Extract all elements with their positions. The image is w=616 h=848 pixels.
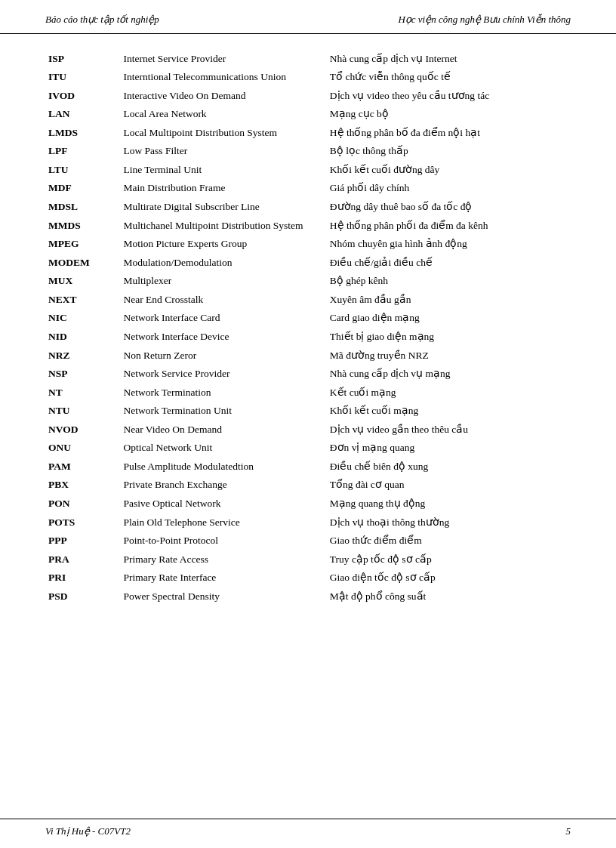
vietnamese-cell: Hệ thống phân phối đa điểm đa kênh <box>327 216 571 235</box>
table-row: MUXMultiplexerBộ ghép kênh <box>45 272 571 291</box>
full-name-cell: Network Interface Card <box>120 309 326 328</box>
page-header: Báo cáo thực tập tốt nghiệp Học viện côn… <box>0 0 616 34</box>
vietnamese-cell: Mật độ phổ công suất <box>327 587 571 606</box>
table-row: NRZNon Return ZerorMã đường truyền NRZ <box>45 346 571 365</box>
full-name-cell: Multichanel Multipoint Distribution Syst… <box>120 216 326 235</box>
footer-right: 5 <box>566 825 571 837</box>
vietnamese-cell: Thiết bị giao diện mạng <box>327 327 571 346</box>
abbr-cell: POTS <box>45 513 120 532</box>
abbr-cell: NRZ <box>45 346 120 365</box>
abbr-cell: NSP <box>45 365 120 384</box>
table-row: MDFMain Distribution FrameGiá phối dây c… <box>45 179 571 198</box>
table-row: NTUNetwork Termination UnitKhối kết cuối… <box>45 402 571 421</box>
table-row: NTNetwork TerminationKết cuối mạng <box>45 383 571 402</box>
abbr-cell: ONU <box>45 439 120 458</box>
full-name-cell: Near Video On Demand <box>120 420 326 439</box>
abbr-cell: NTU <box>45 402 120 421</box>
table-row: PPPPoint-to-Point ProtocolGiao thức điểm… <box>45 532 571 550</box>
full-name-cell: Main Distribution Frame <box>120 179 326 198</box>
abbr-cell: MUX <box>45 272 120 291</box>
full-name-cell: Low Pass Filter <box>120 142 326 161</box>
abbr-cell: NT <box>45 383 120 402</box>
vietnamese-cell: Dịch vụ video theo yêu cầu tương tác <box>327 86 571 105</box>
abbr-cell: ISP <box>45 49 120 68</box>
vietnamese-cell: Khối kết cuối đường dây <box>327 160 571 179</box>
table-row: LANLocal Area NetworkMạng cục bộ <box>45 105 571 124</box>
full-name-cell: Interntional Telecommunications Union <box>120 68 326 87</box>
vietnamese-cell: Giá phối dây chính <box>327 179 571 198</box>
full-name-cell: Pasive Optical Network <box>120 495 326 513</box>
full-name-cell: Modulation/Demodulation <box>120 253 326 272</box>
abbr-cell: NIC <box>45 309 120 328</box>
full-name-cell: Local Area Network <box>120 105 326 124</box>
full-name-cell: Plain Old Telephone Service <box>120 513 326 532</box>
table-row: POTSPlain Old Telephone ServiceDịch vụ t… <box>45 513 571 532</box>
full-name-cell: Line Terminal Unit <box>120 160 326 179</box>
header-right: Học viện công nghệ Bưu chính Viễn thông <box>398 14 571 26</box>
abbr-cell: PON <box>45 495 120 513</box>
vietnamese-cell: Điều chế/giải điều chế <box>327 253 571 272</box>
full-name-cell: Point-to-Point Protocol <box>120 532 326 550</box>
main-content: ISPInternet Service ProviderNhà cung cấp… <box>0 34 616 621</box>
abbr-cell: MPEG <box>45 235 120 254</box>
vietnamese-cell: Mạng cục bộ <box>327 105 571 124</box>
vietnamese-cell: Xuyên âm đầu gần <box>327 290 571 309</box>
vietnamese-cell: Giao diện tốc độ sơ cấp <box>327 569 571 587</box>
full-name-cell: Primary Rate Interface <box>120 569 326 587</box>
page: Báo cáo thực tập tốt nghiệp Học viện côn… <box>0 0 616 848</box>
table-row: NICNetwork Interface CardCard giao diện … <box>45 309 571 328</box>
vietnamese-cell: Dịch vụ video gần theo thêu cầu <box>327 420 571 439</box>
vietnamese-cell: Kết cuối mạng <box>327 383 571 402</box>
full-name-cell: Primary Rate Access <box>120 550 326 569</box>
vietnamese-cell: Truy cập tốc độ sơ cấp <box>327 550 571 569</box>
vietnamese-cell: Mã đường truyền NRZ <box>327 346 571 365</box>
full-name-cell: Optical Network Unit <box>120 439 326 458</box>
vietnamese-cell: Đơn vị mạng quang <box>327 439 571 458</box>
abbr-cell: PBX <box>45 476 120 495</box>
abbr-cell: LPF <box>45 142 120 161</box>
table-row: LTULine Terminal UnitKhối kết cuối đường… <box>45 160 571 179</box>
table-row: NSPNetwork Service ProviderNhà cung cấp … <box>45 365 571 384</box>
table-row: PBXPrivate Branch ExchangeTổng đài cơ qu… <box>45 476 571 495</box>
vietnamese-cell: Card giao diện mạng <box>327 309 571 328</box>
vietnamese-cell: Mạng quang thụ động <box>327 495 571 513</box>
table-row: LPFLow Pass FilterBộ lọc thông thấp <box>45 142 571 161</box>
abbr-cell: MODEM <box>45 253 120 272</box>
full-name-cell: Near End Crosstalk <box>120 290 326 309</box>
table-row: ONUOptical Network UnitĐơn vị mạng quang <box>45 439 571 458</box>
vietnamese-cell: Giao thức điểm điểm <box>327 532 571 550</box>
vietnamese-cell: Tổ chức viễn thông quốc tế <box>327 68 571 87</box>
full-name-cell: Multirate Digital Subscriber Line <box>120 198 326 217</box>
table-row: PONPasive Optical NetworkMạng quang thụ … <box>45 495 571 513</box>
table-row: NIDNetwork Interface DeviceThiết bị giao… <box>45 327 571 346</box>
vietnamese-cell: Bộ lọc thông thấp <box>327 142 571 161</box>
full-name-cell: Pulse Amplitude Modulatedtion <box>120 457 326 476</box>
abbr-cell: ITU <box>45 68 120 87</box>
table-row: PRIPrimary Rate InterfaceGiao diện tốc đ… <box>45 569 571 587</box>
vietnamese-cell: Nhóm chuyên gia hình ảnh động <box>327 235 571 254</box>
table-row: MODEMModulation/DemodulationĐiều chế/giả… <box>45 253 571 272</box>
table-row: ISPInternet Service ProviderNhà cung cấp… <box>45 49 571 68</box>
vietnamese-cell: Đường dây thuê bao số đa tốc độ <box>327 198 571 217</box>
footer-left: Vi Thị Huệ - C07VT2 <box>45 825 131 837</box>
full-name-cell: Interactive Video On Demand <box>120 86 326 105</box>
full-name-cell: Power Spectral Density <box>120 587 326 606</box>
abbr-cell: PSD <box>45 587 120 606</box>
vietnamese-cell: Bộ ghép kênh <box>327 272 571 291</box>
abbr-cell: NVOD <box>45 420 120 439</box>
full-name-cell: Non Return Zeror <box>120 346 326 365</box>
page-footer: Vi Thị Huệ - C07VT2 5 <box>0 819 616 848</box>
header-left: Báo cáo thực tập tốt nghiệp <box>45 14 159 26</box>
abbr-cell: NEXT <box>45 290 120 309</box>
abbr-cell: LMDS <box>45 123 120 142</box>
full-name-cell: Network Termination <box>120 383 326 402</box>
table-row: PAMPulse Amplitude ModulatedtionĐiều chế… <box>45 457 571 476</box>
full-name-cell: Local Multipoint Distribution System <box>120 123 326 142</box>
abbr-cell: LTU <box>45 160 120 179</box>
abbr-cell: PPP <box>45 532 120 550</box>
full-name-cell: Network Termination Unit <box>120 402 326 421</box>
abbreviation-table: ISPInternet Service ProviderNhà cung cấp… <box>45 49 571 606</box>
full-name-cell: Private Branch Exchange <box>120 476 326 495</box>
vietnamese-cell: Khối kết cuối mạng <box>327 402 571 421</box>
full-name-cell: Network Interface Device <box>120 327 326 346</box>
